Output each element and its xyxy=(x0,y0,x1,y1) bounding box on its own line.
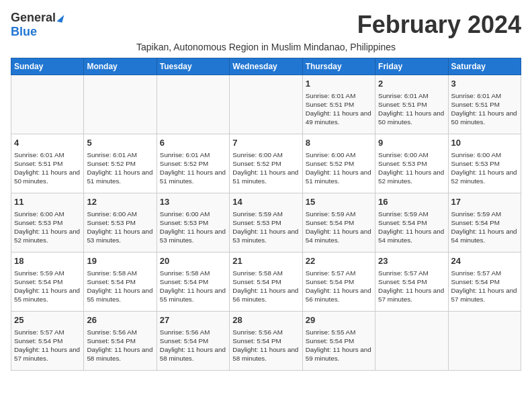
day-number: 6 xyxy=(160,137,226,149)
day-info: Sunrise: 5:56 AM Sunset: 5:54 PM Dayligh… xyxy=(232,328,299,363)
calendar-cell: 25Sunrise: 5:57 AM Sunset: 5:54 PM Dayli… xyxy=(11,312,84,371)
day-number: 7 xyxy=(232,137,299,149)
day-number: 13 xyxy=(160,196,226,208)
day-number: 2 xyxy=(378,78,445,90)
column-header-saturday: Saturday xyxy=(448,58,521,75)
day-number: 28 xyxy=(232,314,299,326)
day-info: Sunrise: 5:57 AM Sunset: 5:54 PM Dayligh… xyxy=(14,328,81,363)
calendar-cell xyxy=(230,75,302,134)
calendar-cell: 22Sunrise: 5:57 AM Sunset: 5:54 PM Dayli… xyxy=(302,253,375,312)
calendar-cell xyxy=(375,312,448,371)
calendar-cell: 26Sunrise: 5:56 AM Sunset: 5:54 PM Dayli… xyxy=(84,312,157,371)
calendar-cell: 20Sunrise: 5:58 AM Sunset: 5:54 PM Dayli… xyxy=(157,253,229,312)
day-info: Sunrise: 6:01 AM Sunset: 5:51 PM Dayligh… xyxy=(14,150,81,186)
day-info: Sunrise: 6:01 AM Sunset: 5:52 PM Dayligh… xyxy=(160,150,226,186)
calendar-cell: 13Sunrise: 6:00 AM Sunset: 5:53 PM Dayli… xyxy=(157,193,229,253)
day-info: Sunrise: 6:00 AM Sunset: 5:53 PM Dayligh… xyxy=(87,210,153,245)
calendar-table: SundayMondayTuesdayWednesdayThursdayFrid… xyxy=(11,58,521,371)
calendar-cell: 7Sunrise: 6:00 AM Sunset: 5:52 PM Daylig… xyxy=(230,134,302,193)
day-number: 27 xyxy=(160,314,226,326)
column-header-sunday: Sunday xyxy=(11,58,84,75)
calendar-cell: 10Sunrise: 6:00 AM Sunset: 5:53 PM Dayli… xyxy=(448,134,521,193)
calendar-subtitle: Tapikan, Autonomous Region in Muslim Min… xyxy=(11,42,521,52)
column-header-thursday: Thursday xyxy=(302,58,375,75)
calendar-cell: 9Sunrise: 6:00 AM Sunset: 5:53 PM Daylig… xyxy=(375,134,448,193)
calendar-week-row: 18Sunrise: 5:59 AM Sunset: 5:54 PM Dayli… xyxy=(11,253,521,312)
column-header-monday: Monday xyxy=(84,58,157,75)
calendar-cell: 14Sunrise: 5:59 AM Sunset: 5:53 PM Dayli… xyxy=(230,193,302,253)
day-number: 17 xyxy=(451,196,518,208)
day-info: Sunrise: 5:57 AM Sunset: 5:54 PM Dayligh… xyxy=(378,269,445,304)
calendar-cell: 17Sunrise: 5:59 AM Sunset: 5:54 PM Dayli… xyxy=(448,193,521,253)
calendar-cell: 16Sunrise: 5:59 AM Sunset: 5:54 PM Dayli… xyxy=(375,193,448,253)
day-info: Sunrise: 5:56 AM Sunset: 5:54 PM Dayligh… xyxy=(87,328,153,363)
day-number: 21 xyxy=(232,255,299,267)
day-number: 10 xyxy=(451,137,518,149)
day-number: 25 xyxy=(14,314,81,326)
day-info: Sunrise: 5:59 AM Sunset: 5:54 PM Dayligh… xyxy=(14,269,81,304)
day-number: 29 xyxy=(306,314,372,326)
day-number: 8 xyxy=(306,137,372,149)
logo-blue: Blue xyxy=(11,25,37,38)
day-info: Sunrise: 6:00 AM Sunset: 5:53 PM Dayligh… xyxy=(160,210,226,245)
logo: General Blue xyxy=(11,11,63,39)
calendar-header-row: SundayMondayTuesdayWednesdayThursdayFrid… xyxy=(11,58,521,75)
day-number: 16 xyxy=(378,196,445,208)
logo-general: General xyxy=(11,11,56,25)
calendar-cell: 15Sunrise: 5:59 AM Sunset: 5:54 PM Dayli… xyxy=(302,193,375,253)
day-info: Sunrise: 5:59 AM Sunset: 5:54 PM Dayligh… xyxy=(306,210,372,245)
calendar-cell xyxy=(84,75,157,134)
calendar-week-row: 4Sunrise: 6:01 AM Sunset: 5:51 PM Daylig… xyxy=(11,134,521,193)
calendar-week-row: 11Sunrise: 6:00 AM Sunset: 5:53 PM Dayli… xyxy=(11,193,521,253)
day-info: Sunrise: 6:01 AM Sunset: 5:52 PM Dayligh… xyxy=(87,150,153,186)
calendar-cell: 18Sunrise: 5:59 AM Sunset: 5:54 PM Dayli… xyxy=(11,253,84,312)
day-number: 14 xyxy=(232,196,299,208)
day-number: 12 xyxy=(87,196,153,208)
calendar-cell: 23Sunrise: 5:57 AM Sunset: 5:54 PM Dayli… xyxy=(375,253,448,312)
day-number: 9 xyxy=(378,137,445,149)
calendar-cell: 3Sunrise: 6:01 AM Sunset: 5:51 PM Daylig… xyxy=(448,75,521,134)
day-info: Sunrise: 6:00 AM Sunset: 5:53 PM Dayligh… xyxy=(14,210,81,245)
calendar-cell xyxy=(448,312,521,371)
calendar-cell: 27Sunrise: 5:56 AM Sunset: 5:54 PM Dayli… xyxy=(157,312,229,371)
calendar-cell: 8Sunrise: 6:00 AM Sunset: 5:52 PM Daylig… xyxy=(302,134,375,193)
day-number: 26 xyxy=(87,314,153,326)
calendar-week-row: 1Sunrise: 6:01 AM Sunset: 5:51 PM Daylig… xyxy=(11,75,521,134)
day-info: Sunrise: 5:59 AM Sunset: 5:54 PM Dayligh… xyxy=(451,210,518,245)
day-info: Sunrise: 6:00 AM Sunset: 5:53 PM Dayligh… xyxy=(451,150,518,186)
column-header-wednesday: Wednesday xyxy=(230,58,302,75)
day-number: 24 xyxy=(451,255,518,267)
calendar-cell: 21Sunrise: 5:58 AM Sunset: 5:54 PM Dayli… xyxy=(230,253,302,312)
day-number: 15 xyxy=(306,196,372,208)
day-info: Sunrise: 6:01 AM Sunset: 5:51 PM Dayligh… xyxy=(306,91,372,127)
calendar-cell xyxy=(157,75,229,134)
day-info: Sunrise: 6:01 AM Sunset: 5:51 PM Dayligh… xyxy=(378,91,445,127)
day-info: Sunrise: 5:57 AM Sunset: 5:54 PM Dayligh… xyxy=(451,269,518,304)
page-header: General Blue February 2024 xyxy=(11,11,521,39)
column-header-friday: Friday xyxy=(375,58,448,75)
day-number: 3 xyxy=(451,78,518,90)
calendar-cell: 5Sunrise: 6:01 AM Sunset: 5:52 PM Daylig… xyxy=(84,134,157,193)
calendar-week-row: 25Sunrise: 5:57 AM Sunset: 5:54 PM Dayli… xyxy=(11,312,521,371)
calendar-cell: 24Sunrise: 5:57 AM Sunset: 5:54 PM Dayli… xyxy=(448,253,521,312)
day-info: Sunrise: 5:57 AM Sunset: 5:54 PM Dayligh… xyxy=(306,269,372,304)
day-number: 4 xyxy=(14,137,81,149)
calendar-cell xyxy=(11,75,84,134)
day-info: Sunrise: 6:00 AM Sunset: 5:53 PM Dayligh… xyxy=(378,150,445,186)
calendar-cell: 12Sunrise: 6:00 AM Sunset: 5:53 PM Dayli… xyxy=(84,193,157,253)
column-header-tuesday: Tuesday xyxy=(157,58,229,75)
calendar-cell: 2Sunrise: 6:01 AM Sunset: 5:51 PM Daylig… xyxy=(375,75,448,134)
day-info: Sunrise: 5:59 AM Sunset: 5:53 PM Dayligh… xyxy=(232,210,299,245)
month-title: February 2024 xyxy=(357,11,521,39)
day-info: Sunrise: 5:58 AM Sunset: 5:54 PM Dayligh… xyxy=(160,269,226,304)
calendar-cell: 4Sunrise: 6:01 AM Sunset: 5:51 PM Daylig… xyxy=(11,134,84,193)
calendar-cell: 6Sunrise: 6:01 AM Sunset: 5:52 PM Daylig… xyxy=(157,134,229,193)
day-number: 1 xyxy=(306,78,372,90)
day-info: Sunrise: 5:59 AM Sunset: 5:54 PM Dayligh… xyxy=(378,210,445,245)
day-info: Sunrise: 5:55 AM Sunset: 5:54 PM Dayligh… xyxy=(306,328,372,363)
calendar-cell: 28Sunrise: 5:56 AM Sunset: 5:54 PM Dayli… xyxy=(230,312,302,371)
calendar-cell: 29Sunrise: 5:55 AM Sunset: 5:54 PM Dayli… xyxy=(302,312,375,371)
calendar-cell: 1Sunrise: 6:01 AM Sunset: 5:51 PM Daylig… xyxy=(302,75,375,134)
day-info: Sunrise: 5:58 AM Sunset: 5:54 PM Dayligh… xyxy=(87,269,153,304)
day-info: Sunrise: 6:01 AM Sunset: 5:51 PM Dayligh… xyxy=(451,91,518,127)
